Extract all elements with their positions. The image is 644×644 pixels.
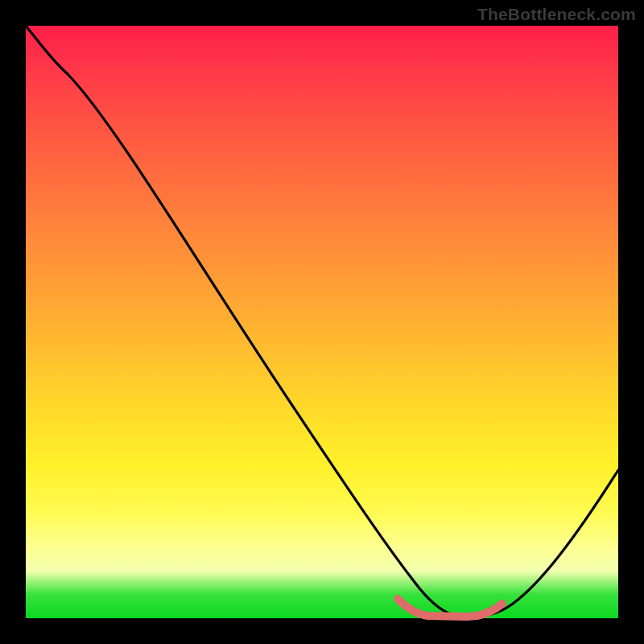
plot-area bbox=[26, 26, 618, 618]
curve-layer bbox=[26, 26, 618, 618]
optimal-range-marker bbox=[398, 599, 502, 617]
bottleneck-curve bbox=[26, 26, 618, 617]
watermark-text: TheBottleneck.com bbox=[477, 5, 636, 24]
chart-frame: TheBottleneck.com bbox=[0, 0, 644, 644]
